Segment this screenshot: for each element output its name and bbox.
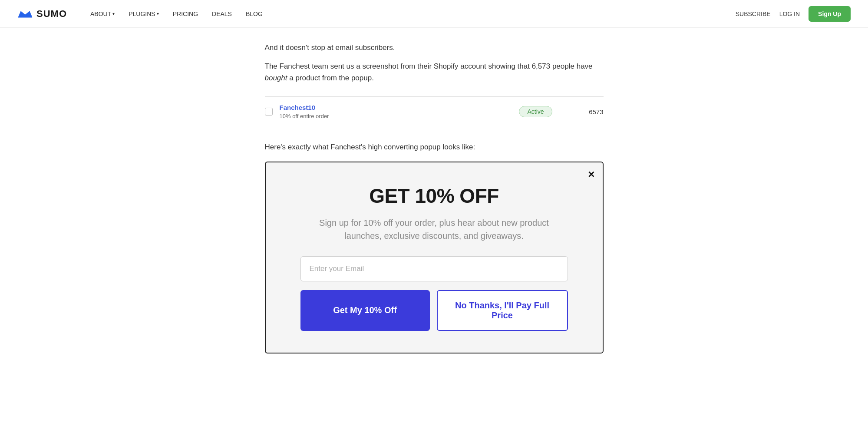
row-count-col: 6573 — [569, 108, 604, 116]
row-subtitle: 10% off entire order — [280, 113, 329, 119]
login-link[interactable]: LOG IN — [779, 10, 800, 17]
nav-right: SUBSCRIBE LOG IN Sign Up — [736, 6, 851, 22]
row-name-col: Fanchest10 10% off entire order — [280, 104, 503, 120]
no-thanks-button[interactable]: No Thanks, I'll Pay Full Price — [437, 290, 568, 331]
logo-text: SUMO — [36, 8, 67, 20]
signup-button[interactable]: Sign Up — [809, 6, 851, 22]
nav-deals[interactable]: DEALS — [206, 7, 238, 21]
intro-text-2: The Fanchest team sent us a screenshot f… — [265, 60, 604, 84]
popup-modal: × GET 10% OFF Sign up for 10% off your o… — [265, 162, 604, 353]
popup-intro-text: Here's exactly what Fanchest's high conv… — [265, 141, 604, 153]
row-name-link[interactable]: Fanchest10 — [280, 104, 503, 111]
nav-blog[interactable]: BLOG — [240, 7, 269, 21]
nav-pricing[interactable]: PRICING — [167, 7, 204, 21]
popup-close-button[interactable]: × — [588, 168, 594, 180]
nav-links: ABOUT ▾ PLUGINS ▾ PRICING DEALS BLOG — [84, 7, 736, 21]
get-discount-button[interactable]: Get My 10% Off — [300, 290, 430, 331]
table-row: Fanchest10 10% off entire order Active 6… — [265, 97, 604, 127]
navbar: SUMO ABOUT ▾ PLUGINS ▾ PRICING DEALS BLO… — [0, 0, 868, 28]
popup-subtext: Sign up for 10% off your order, plus hea… — [308, 216, 560, 242]
chevron-down-icon: ▾ — [112, 11, 115, 16]
row-status-col: Active — [510, 106, 562, 117]
intro-text-1: And it doesn't stop at email subscribers… — [265, 42, 604, 53]
subscribe-link[interactable]: SUBSCRIBE — [736, 10, 771, 17]
main-content: And it doesn't stop at email subscribers… — [256, 28, 612, 380]
email-input[interactable] — [300, 256, 568, 281]
popup-buttons: Get My 10% Off No Thanks, I'll Pay Full … — [300, 290, 568, 331]
popup-content: GET 10% OFF Sign up for 10% off your ord… — [266, 162, 603, 353]
row-checkbox[interactable] — [265, 108, 273, 116]
nav-about[interactable]: ABOUT ▾ — [84, 7, 121, 21]
popup-headline: GET 10% OFF — [300, 184, 568, 208]
status-badge: Active — [519, 106, 552, 117]
nav-plugins[interactable]: PLUGINS ▾ — [122, 7, 165, 21]
chevron-down-icon: ▾ — [157, 11, 159, 16]
svg-marker-0 — [18, 11, 32, 17]
logo[interactable]: SUMO — [17, 8, 67, 20]
logo-crown-icon — [17, 9, 33, 19]
